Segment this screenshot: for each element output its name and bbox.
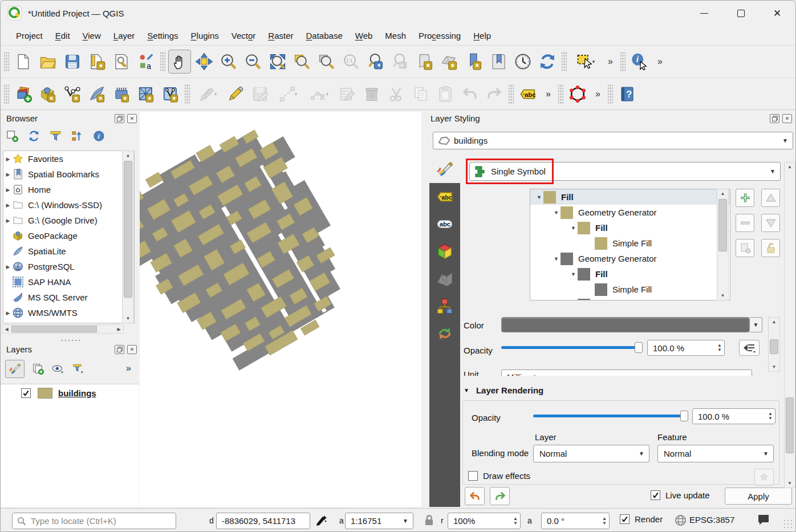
scroll-down-arrow[interactable]: ▼ bbox=[769, 363, 779, 371]
lr-opacity-slider[interactable] bbox=[533, 411, 688, 421]
browser-item-favorites[interactable]: ▶Favorites bbox=[3, 151, 134, 166]
toolbar-handle[interactable] bbox=[160, 52, 165, 71]
tab-style-hierarchy[interactable] bbox=[429, 293, 460, 320]
symbol-tree-row[interactable]: ▼Geometry Generator bbox=[530, 251, 730, 266]
browser-item-wms-wmts[interactable]: ▶WMS/WMTS bbox=[3, 305, 134, 320]
resize-grip[interactable] bbox=[783, 519, 794, 530]
menu-project[interactable]: Project bbox=[10, 29, 49, 43]
expand-arrow-icon[interactable]: ▼ bbox=[552, 210, 561, 216]
map-canvas[interactable] bbox=[140, 112, 421, 507]
styling-layer-selector[interactable]: buildings ▼ bbox=[433, 132, 793, 149]
move-symbol-layer-down-button[interactable] bbox=[761, 214, 780, 232]
scroll-down-arrow[interactable]: ▼ bbox=[785, 479, 795, 488]
expand-arrow-icon[interactable]: ▶ bbox=[3, 218, 13, 224]
spin-down-arrow[interactable]: ▼ bbox=[768, 416, 773, 421]
expand-arrow-icon[interactable]: ▼ bbox=[535, 194, 543, 200]
toggle-editing-button[interactable] bbox=[224, 82, 247, 106]
expand-arrow-icon[interactable]: ▶ bbox=[3, 310, 13, 316]
save-layer-edits-button[interactable] bbox=[249, 82, 271, 106]
browser-item-sap-hana[interactable]: SAP HANA bbox=[3, 274, 134, 290]
styling-redo-button[interactable] bbox=[490, 487, 510, 505]
tab-diagrams[interactable] bbox=[429, 265, 460, 293]
draw-effects-checkbox[interactable] bbox=[468, 471, 478, 481]
layer-visibility-checkbox[interactable] bbox=[21, 388, 31, 398]
menu-edit[interactable]: Edit bbox=[49, 29, 76, 43]
expand-arrow-icon[interactable]: ▶ bbox=[3, 202, 13, 208]
browser-close-button[interactable]: ✕ bbox=[127, 114, 137, 123]
layer-rendering-header[interactable]: ▼Layer Rendering bbox=[464, 385, 543, 395]
modify-attributes-button[interactable] bbox=[336, 82, 359, 106]
tab-labels[interactable]: abc bbox=[429, 183, 460, 210]
symbol-tree-row[interactable]: Simple Fill bbox=[530, 282, 730, 297]
save-project-button[interactable] bbox=[61, 50, 84, 74]
render-checkbox[interactable] bbox=[620, 514, 630, 524]
extents-toggle-icon[interactable] bbox=[315, 514, 328, 527]
toolbar-handle[interactable] bbox=[4, 84, 9, 104]
feature-blend-combo[interactable]: Normal▼ bbox=[657, 445, 774, 462]
toolbar-handle[interactable] bbox=[185, 84, 190, 104]
scroll-thumb[interactable] bbox=[770, 339, 778, 354]
expand-arrow-icon[interactable]: ▶ bbox=[3, 172, 13, 177]
scroll-thumb[interactable] bbox=[786, 397, 794, 453]
layout-manager-button[interactable] bbox=[110, 50, 133, 74]
scroll-thumb[interactable] bbox=[11, 326, 97, 332]
browser-horizontal-scrollbar[interactable]: ◀ ▶ bbox=[2, 324, 124, 334]
menu-processing[interactable]: Processing bbox=[412, 29, 467, 43]
show-spatial-bookmarks-button[interactable] bbox=[487, 50, 510, 74]
lr-opacity-spinbox[interactable]: 100.0 %▲▼ bbox=[692, 408, 775, 424]
expand-arrow-icon[interactable]: ▼ bbox=[569, 225, 578, 231]
add-symbol-layer-button[interactable] bbox=[736, 189, 754, 207]
scroll-up-arrow[interactable]: ▲ bbox=[769, 318, 779, 326]
tab-3d-view[interactable] bbox=[429, 238, 460, 265]
symbol-tree-row[interactable]: Simple Fill bbox=[530, 235, 730, 251]
spin-down-arrow[interactable]: ▼ bbox=[513, 521, 518, 526]
scroll-down-arrow[interactable]: ▼ bbox=[123, 314, 133, 323]
symbol-tree-row[interactable]: ▼Fill bbox=[530, 266, 730, 282]
slider-handle[interactable] bbox=[635, 342, 643, 353]
menu-view[interactable]: View bbox=[76, 29, 107, 43]
open-layer-styling-button[interactable] bbox=[5, 360, 25, 378]
add-group-button[interactable] bbox=[32, 363, 44, 375]
help-button[interactable]: ? bbox=[616, 82, 639, 106]
style-manager-button[interactable]: a bbox=[135, 50, 157, 74]
slider-handle[interactable] bbox=[680, 411, 688, 421]
new-map-view-button[interactable] bbox=[413, 50, 436, 74]
browser-item-spatial-bookmarks[interactable]: ▶Spatial Bookmarks bbox=[3, 166, 134, 182]
menu-raster[interactable]: Raster bbox=[262, 29, 299, 43]
maximize-button[interactable] bbox=[722, 1, 759, 26]
manage-map-themes-button[interactable]: ▾ bbox=[52, 363, 64, 375]
new-print-layout-button[interactable] bbox=[86, 50, 108, 74]
menu-help[interactable]: Help bbox=[467, 29, 497, 43]
symbol-tree-row[interactable]: ▼Fill bbox=[530, 189, 730, 205]
zoom-to-selection-button[interactable] bbox=[291, 50, 314, 74]
layer-blend-combo[interactable]: Normal▼ bbox=[533, 445, 649, 462]
opacity-spinbox[interactable]: 100.0 %▲▼ bbox=[647, 340, 725, 356]
lock-color-button[interactable] bbox=[761, 239, 780, 257]
menu-layer[interactable]: Layer bbox=[107, 29, 141, 43]
delete-selected-button[interactable] bbox=[360, 82, 383, 106]
spin-down-arrow[interactable]: ▼ bbox=[717, 348, 722, 352]
layers-close-button[interactable]: ✕ bbox=[127, 345, 137, 354]
scroll-up-arrow[interactable]: ▲ bbox=[717, 189, 728, 198]
refresh-map-button[interactable] bbox=[536, 50, 559, 74]
toolbar-handle[interactable] bbox=[558, 84, 563, 104]
scroll-down-arrow[interactable]: ▼ bbox=[717, 291, 728, 300]
panel-splitter[interactable] bbox=[1, 338, 139, 343]
scroll-up-arrow[interactable]: ▲ bbox=[123, 151, 133, 160]
styling-undo-button[interactable] bbox=[465, 487, 485, 505]
toolbar-handle[interactable] bbox=[562, 52, 567, 71]
rotation-spinbox[interactable]: 0.0 °▲▼ bbox=[541, 513, 610, 529]
browser-item-g-google-drive-[interactable]: ▶G:\ (Google Drive) bbox=[3, 213, 134, 228]
copy-features-button[interactable] bbox=[409, 82, 432, 106]
coordinate-input[interactable]: -8836029, 5411713 bbox=[216, 513, 310, 529]
expand-arrow-icon[interactable]: ▼ bbox=[569, 271, 578, 277]
browser-item-c-windows-ssd-[interactable]: ▶C:\ (Windows-SSD) bbox=[3, 197, 134, 213]
renderer-combo[interactable]: Single Symbol ▼ bbox=[469, 162, 781, 181]
expand-arrow-icon[interactable]: ▶ bbox=[3, 187, 13, 193]
zoom-last-button[interactable] bbox=[364, 50, 387, 74]
layers-overflow-chevron[interactable]: » bbox=[121, 363, 136, 373]
select-features-button[interactable]: ▾ bbox=[570, 50, 602, 74]
browser-item-postgresql[interactable]: ▶PostgreSQL bbox=[3, 259, 134, 274]
tab-symbology[interactable] bbox=[429, 156, 460, 183]
scroll-right-arrow[interactable]: ▶ bbox=[115, 325, 123, 333]
